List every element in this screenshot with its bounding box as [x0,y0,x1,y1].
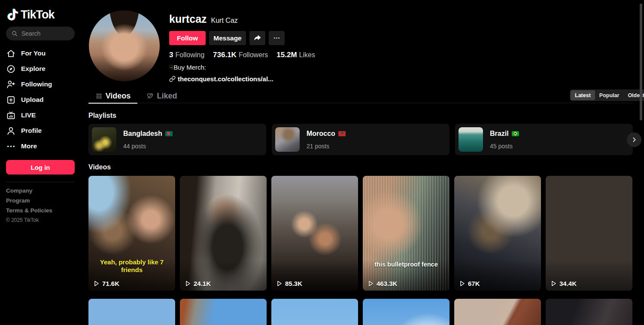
playlist-card-morocco[interactable]: Morocco 21 posts [272,124,450,155]
compass-icon [6,64,16,74]
tiktok-logo[interactable]: TikTok [6,6,86,23]
video-caption: this bulletproof fence [369,261,444,268]
view-count: 71.6K [93,280,119,287]
video-card[interactable] [88,299,175,325]
video-card[interactable] [546,299,632,325]
video-caption: Yeah, probably like 7 friends [94,258,169,275]
ellipsis-icon [6,141,16,151]
sidebar-item-label: Upload [21,96,44,104]
playlists-heading: Playlists [88,112,116,120]
footer-link-program[interactable]: Program [6,197,86,204]
grid-icon [95,92,103,100]
video-card[interactable]: Yeah, probably like 7 friends 71.6K [88,176,175,291]
follow-button[interactable]: Follow [169,31,206,45]
video-card[interactable] [363,299,450,325]
profile-tabs: Videos Liked [88,89,633,103]
view-count: 67K [459,280,480,287]
profile-username: kurtcaz [169,13,207,25]
video-card[interactable]: 34.4K [546,176,632,291]
profile-display-name: Kurt Caz [211,17,238,25]
video-card[interactable]: this bulletproof fence 463.3K [363,176,450,291]
tab-videos[interactable]: Videos [88,89,137,103]
sidebar-item-label: Explore [21,65,46,73]
profile-stats: 3 Following 736.1K Followers 15.2M Likes [169,51,315,59]
video-card[interactable] [180,299,267,325]
stat-followers[interactable]: 736.1K Followers [213,51,268,59]
more-options-button[interactable] [269,31,285,45]
sidebar-item-label: Profile [21,127,42,135]
login-button[interactable]: Log in [6,160,75,175]
profile-bio-link[interactable]: theconquest.co/collections/al... [169,75,315,83]
sidebar-item-profile[interactable]: Profile [6,123,86,138]
sidebar-item-label: For You [21,49,46,57]
stat-likes[interactable]: 15.2M Likes [276,51,315,59]
playlist-title: Brazil [490,130,509,138]
playlist-card-bangladesh[interactable]: Bangladesh 44 posts [88,124,266,155]
sidebar-item-label: More [21,142,37,150]
play-icon [93,280,100,287]
chevron-right-icon [631,136,638,143]
logo-text: TikTok [21,8,55,21]
video-card[interactable]: 85.3K [271,176,358,291]
video-grid-partial-row [88,299,633,325]
view-count: 85.3K [276,280,302,287]
tiktok-app: TikTok Search For You Explore [0,0,644,325]
link-icon [169,76,176,82]
video-card[interactable]: 67K [454,176,541,291]
sidebar-footer: Company Program Terms & Policies © 2025 … [6,187,86,223]
sidebar-item-label: LIVE [21,111,36,119]
play-icon [276,280,283,287]
sidebar-item-label: Following [21,80,52,88]
sort-popular[interactable]: Popular [595,90,624,100]
sidebar-item-following[interactable]: Following [6,77,86,92]
videos-heading: Videos [88,163,111,171]
play-icon [550,280,557,287]
copyright-text: © 2025 TikTok [6,217,86,223]
more-horizontal-icon [273,34,281,42]
footer-link-terms[interactable]: Terms & Policies [6,207,86,214]
sidebar-item-explore[interactable]: Explore [6,61,86,77]
view-count: 34.4K [550,280,577,287]
profile-bio: ☟Buy Merch: [169,64,315,71]
sidebar-item-more[interactable]: More [6,138,86,154]
bangladesh-flag-icon [165,131,173,136]
stat-following[interactable]: 3 Following [169,51,204,59]
home-icon [6,49,16,58]
video-card[interactable] [454,299,541,325]
video-grid: Yeah, probably like 7 friends 71.6K 24.1… [88,176,633,291]
share-arrow-icon [253,34,261,42]
profile-header: kurtcaz Kurt Caz Follow Message 3 Follow… [169,13,315,83]
playlist-card-brazil[interactable]: Brazil 45 posts [455,124,633,155]
playlist-post-count: 45 posts [490,143,519,150]
page-scrollbar[interactable] [640,3,642,120]
sidebar-item-upload[interactable]: Upload [6,92,86,107]
playlist-title: Morocco [307,130,335,138]
footer-link-company[interactable]: Company [6,187,86,194]
user-follow-icon [6,80,16,89]
sidebar: TikTok Search For You Explore [0,0,86,325]
sidebar-item-live[interactable]: LIVE [6,107,86,123]
search-placeholder: Search [21,30,40,37]
sidebar-divider [6,182,75,182]
upload-icon [6,95,16,105]
search-input[interactable]: Search [6,27,75,40]
play-icon [367,280,374,287]
playlist-thumbnail [459,127,483,152]
playlist-post-count: 21 posts [307,143,346,150]
message-button[interactable]: Message [209,31,246,45]
tab-label: Videos [106,92,131,101]
bio-link-text: theconquest.co/collections/al... [178,75,273,83]
tab-liked[interactable]: Liked [137,89,186,103]
profile-avatar[interactable] [89,10,160,81]
sidebar-nav: For You Explore Following Upload [6,46,86,154]
playlists-next-button[interactable] [627,132,641,147]
live-tv-icon [6,110,16,120]
share-button[interactable] [249,31,265,45]
sort-latest[interactable]: Latest [571,90,595,100]
video-card[interactable]: 24.1K [180,176,267,291]
morocco-flag-icon [338,131,346,136]
brazil-flag-icon [512,131,519,136]
video-card[interactable] [271,299,358,325]
sidebar-item-for-you[interactable]: For You [6,46,86,61]
playlist-title: Bangladesh [123,130,162,138]
